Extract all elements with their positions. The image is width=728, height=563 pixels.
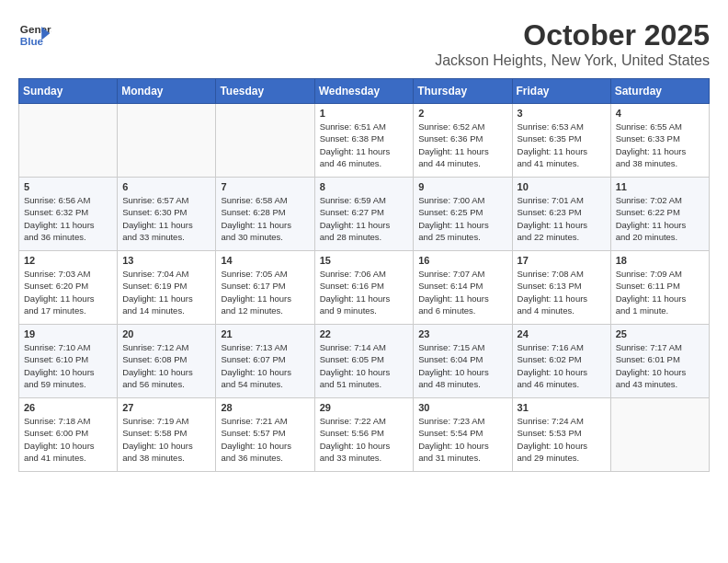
weekday-header-sunday: Sunday [19,79,118,104]
day-number-13: 13 [122,255,210,266]
empty-cell [216,104,314,178]
day-info-24: Sunrise: 7:16 AM Sunset: 6:02 PM Dayligh… [518,341,606,390]
day-info-26: Sunrise: 7:18 AM Sunset: 6:00 PM Dayligh… [24,415,112,464]
day-cell-8: 8Sunrise: 6:59 AM Sunset: 6:27 PM Daylig… [314,178,414,251]
day-number-27: 27 [122,402,210,413]
day-number-11: 11 [616,181,704,192]
day-cell-21: 21Sunrise: 7:13 AM Sunset: 6:07 PM Dayli… [216,325,314,398]
day-cell-10: 10Sunrise: 7:01 AM Sunset: 6:23 PM Dayli… [512,178,610,251]
day-cell-6: 6Sunrise: 6:57 AM Sunset: 6:30 PM Daylig… [118,178,216,251]
day-cell-17: 17Sunrise: 7:08 AM Sunset: 6:13 PM Dayli… [512,251,610,325]
day-number-22: 22 [320,328,409,339]
weekday-header-friday: Friday [512,79,610,104]
day-cell-30: 30Sunrise: 7:23 AM Sunset: 5:54 PM Dayli… [414,398,512,472]
day-info-2: Sunrise: 6:52 AM Sunset: 6:36 PM Dayligh… [418,121,506,169]
day-cell-12: 12Sunrise: 7:03 AM Sunset: 6:20 PM Dayli… [19,251,118,325]
week-row-2: 5Sunrise: 6:56 AM Sunset: 6:32 PM Daylig… [19,178,710,251]
empty-cell [610,398,709,472]
day-number-29: 29 [320,402,409,413]
day-cell-3: 3Sunrise: 6:53 AM Sunset: 6:35 PM Daylig… [512,104,610,178]
day-number-26: 26 [24,402,112,413]
day-cell-20: 20Sunrise: 7:12 AM Sunset: 6:08 PM Dayli… [118,325,216,398]
page-header: General Blue October 2025 Jackson Height… [18,18,710,69]
day-cell-23: 23Sunrise: 7:15 AM Sunset: 6:04 PM Dayli… [414,325,512,398]
day-info-5: Sunrise: 6:56 AM Sunset: 6:32 PM Dayligh… [24,194,112,243]
day-info-14: Sunrise: 7:05 AM Sunset: 6:17 PM Dayligh… [221,268,309,316]
day-number-14: 14 [221,255,309,266]
weekday-header-monday: Monday [118,79,216,104]
day-number-7: 7 [221,181,309,192]
day-cell-5: 5Sunrise: 6:56 AM Sunset: 6:32 PM Daylig… [19,178,118,251]
month-title: October 2025 [435,18,710,52]
day-number-1: 1 [320,108,409,119]
weekday-header-thursday: Thursday [414,79,512,104]
day-number-12: 12 [24,255,112,266]
day-info-20: Sunrise: 7:12 AM Sunset: 6:08 PM Dayligh… [122,341,210,390]
day-info-28: Sunrise: 7:21 AM Sunset: 5:57 PM Dayligh… [221,415,309,464]
day-number-30: 30 [418,402,506,413]
day-cell-7: 7Sunrise: 6:58 AM Sunset: 6:28 PM Daylig… [216,178,314,251]
day-cell-4: 4Sunrise: 6:55 AM Sunset: 6:33 PM Daylig… [610,104,709,178]
day-info-16: Sunrise: 7:07 AM Sunset: 6:14 PM Dayligh… [418,268,506,316]
day-number-2: 2 [418,108,506,119]
day-cell-26: 26Sunrise: 7:18 AM Sunset: 6:00 PM Dayli… [19,398,118,472]
calendar: SundayMondayTuesdayWednesdayThursdayFrid… [18,78,710,472]
location: Jackson Heights, New York, United States [435,52,710,69]
day-cell-19: 19Sunrise: 7:10 AM Sunset: 6:10 PM Dayli… [19,325,118,398]
empty-cell [19,104,118,178]
day-cell-15: 15Sunrise: 7:06 AM Sunset: 6:16 PM Dayli… [314,251,414,325]
day-cell-22: 22Sunrise: 7:14 AM Sunset: 6:05 PM Dayli… [314,325,414,398]
day-cell-29: 29Sunrise: 7:22 AM Sunset: 5:56 PM Dayli… [314,398,414,472]
day-number-15: 15 [320,255,409,266]
day-cell-18: 18Sunrise: 7:09 AM Sunset: 6:11 PM Dayli… [610,251,709,325]
day-cell-31: 31Sunrise: 7:24 AM Sunset: 5:53 PM Dayli… [512,398,610,472]
logo: General Blue [18,18,51,52]
day-cell-25: 25Sunrise: 7:17 AM Sunset: 6:01 PM Dayli… [610,325,709,398]
day-info-7: Sunrise: 6:58 AM Sunset: 6:28 PM Dayligh… [221,194,309,243]
day-info-21: Sunrise: 7:13 AM Sunset: 6:07 PM Dayligh… [221,341,309,390]
day-number-19: 19 [24,328,112,339]
day-info-13: Sunrise: 7:04 AM Sunset: 6:19 PM Dayligh… [122,268,210,316]
day-number-21: 21 [221,328,309,339]
day-info-1: Sunrise: 6:51 AM Sunset: 6:38 PM Dayligh… [320,121,409,169]
day-cell-1: 1Sunrise: 6:51 AM Sunset: 6:38 PM Daylig… [314,104,414,178]
day-info-6: Sunrise: 6:57 AM Sunset: 6:30 PM Dayligh… [122,194,210,243]
day-info-3: Sunrise: 6:53 AM Sunset: 6:35 PM Dayligh… [518,121,606,169]
day-cell-28: 28Sunrise: 7:21 AM Sunset: 5:57 PM Dayli… [216,398,314,472]
day-info-31: Sunrise: 7:24 AM Sunset: 5:53 PM Dayligh… [518,415,606,464]
day-info-11: Sunrise: 7:02 AM Sunset: 6:22 PM Dayligh… [616,194,704,243]
day-info-18: Sunrise: 7:09 AM Sunset: 6:11 PM Dayligh… [616,268,704,316]
day-info-29: Sunrise: 7:22 AM Sunset: 5:56 PM Dayligh… [320,415,409,464]
day-number-20: 20 [122,328,210,339]
day-number-23: 23 [418,328,506,339]
title-block: October 2025 Jackson Heights, New York, … [435,18,710,69]
day-number-16: 16 [418,255,506,266]
day-number-9: 9 [418,181,506,192]
weekday-header-tuesday: Tuesday [216,79,314,104]
day-info-17: Sunrise: 7:08 AM Sunset: 6:13 PM Dayligh… [518,268,606,316]
day-cell-11: 11Sunrise: 7:02 AM Sunset: 6:22 PM Dayli… [610,178,709,251]
empty-cell [118,104,216,178]
weekday-header-saturday: Saturday [610,79,709,104]
day-info-9: Sunrise: 7:00 AM Sunset: 6:25 PM Dayligh… [418,194,506,243]
day-cell-13: 13Sunrise: 7:04 AM Sunset: 6:19 PM Dayli… [118,251,216,325]
day-info-12: Sunrise: 7:03 AM Sunset: 6:20 PM Dayligh… [24,268,112,316]
day-number-10: 10 [518,181,606,192]
day-info-19: Sunrise: 7:10 AM Sunset: 6:10 PM Dayligh… [24,341,112,390]
day-number-31: 31 [518,402,606,413]
week-row-1: 1Sunrise: 6:51 AM Sunset: 6:38 PM Daylig… [19,104,710,178]
logo-icon: General Blue [18,18,51,52]
day-cell-27: 27Sunrise: 7:19 AM Sunset: 5:58 PM Dayli… [118,398,216,472]
weekday-header-row: SundayMondayTuesdayWednesdayThursdayFrid… [19,79,710,104]
week-row-3: 12Sunrise: 7:03 AM Sunset: 6:20 PM Dayli… [19,251,710,325]
day-number-4: 4 [616,108,704,119]
day-info-27: Sunrise: 7:19 AM Sunset: 5:58 PM Dayligh… [122,415,210,464]
day-number-25: 25 [616,328,704,339]
day-info-8: Sunrise: 6:59 AM Sunset: 6:27 PM Dayligh… [320,194,409,243]
day-cell-2: 2Sunrise: 6:52 AM Sunset: 6:36 PM Daylig… [414,104,512,178]
day-info-15: Sunrise: 7:06 AM Sunset: 6:16 PM Dayligh… [320,268,409,316]
day-info-10: Sunrise: 7:01 AM Sunset: 6:23 PM Dayligh… [518,194,606,243]
svg-text:Blue: Blue [20,35,44,47]
day-number-17: 17 [518,255,606,266]
day-number-28: 28 [221,402,309,413]
